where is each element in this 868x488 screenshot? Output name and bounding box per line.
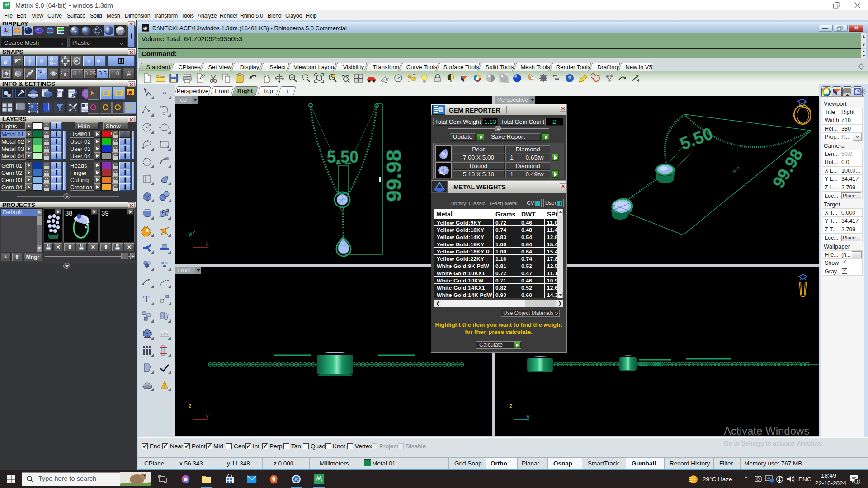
svg-text:y: y bbox=[527, 413, 530, 420]
svg-text:5.50: 5.50 bbox=[327, 148, 359, 166]
svg-text:x: x bbox=[206, 240, 209, 247]
svg-text:36.35: 36.35 bbox=[732, 166, 740, 174]
svg-text:1: 1 bbox=[856, 479, 859, 484]
svg-text:T: T bbox=[143, 294, 150, 304]
svg-text:Activate Windows: Activate Windows bbox=[724, 425, 809, 436]
svg-text:99.98: 99.98 bbox=[769, 145, 807, 191]
svg-text:z: z bbox=[509, 402, 513, 409]
svg-text:5.50: 5.50 bbox=[677, 124, 715, 154]
svg-text:x: x bbox=[206, 413, 209, 420]
svg-text:?: ? bbox=[568, 75, 571, 82]
svg-text:99.98: 99.98 bbox=[382, 150, 406, 202]
svg-text:z: z bbox=[189, 402, 192, 409]
